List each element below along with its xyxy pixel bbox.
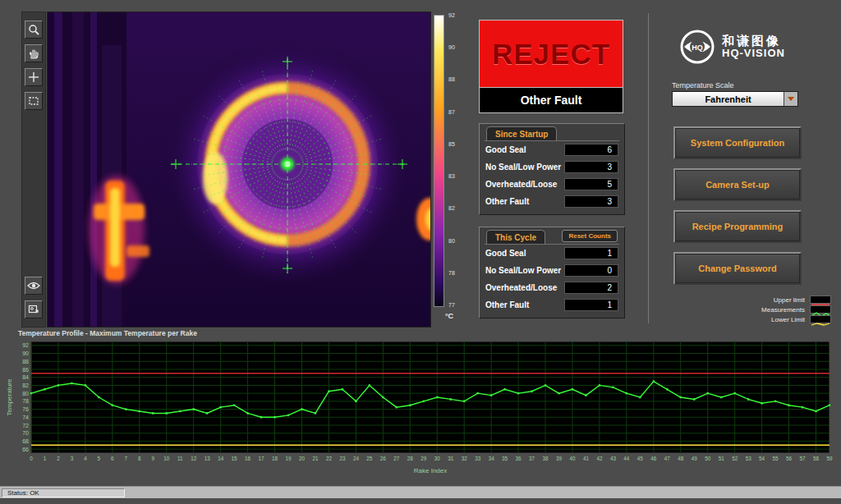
- chart-plot: 6668707274767880828486889092012345678910…: [5, 337, 836, 475]
- svg-text:80: 80: [22, 391, 29, 396]
- colorbar-tick: 82: [448, 205, 455, 211]
- svg-text:90: 90: [22, 351, 29, 356]
- since-startup-title: Since Startup: [486, 126, 557, 140]
- svg-text:66: 66: [22, 447, 29, 452]
- colorbar-tick: 87: [448, 109, 455, 115]
- counter-label: No Seal/Low Power: [485, 163, 561, 172]
- svg-text:76: 76: [22, 406, 29, 412]
- since-startup-panel: Since Startup Good Seal 6 No Seal/Low Po…: [479, 123, 625, 215]
- status-bar: Status: OK: [0, 486, 841, 498]
- temperature-scale-value: Fahrenheit: [673, 94, 784, 104]
- colorbar-tick: 80: [448, 238, 455, 244]
- system-configuration-button[interactable]: System Configuration: [673, 126, 802, 159]
- svg-text:20: 20: [299, 456, 306, 461]
- counter-value: 1: [564, 247, 618, 259]
- counter-label: No Seal/Low Power: [485, 266, 561, 275]
- svg-text:59: 59: [826, 456, 833, 461]
- svg-text:24: 24: [353, 456, 360, 461]
- temperature-scale-dropdown[interactable]: Fahrenheit: [672, 91, 798, 107]
- svg-text:36: 36: [516, 456, 522, 461]
- visibility-icon[interactable]: [25, 277, 43, 295]
- svg-text:27: 27: [393, 456, 400, 461]
- counter-value: 1: [564, 299, 618, 311]
- zoom-icon[interactable]: [25, 21, 43, 39]
- chevron-down-icon[interactable]: [784, 92, 797, 106]
- svg-text:47: 47: [664, 456, 671, 461]
- legend-row-measurements: Measurements: [726, 305, 831, 314]
- colorbar-tick: 77: [448, 302, 455, 308]
- reset-counts-button[interactable]: Reset Counts: [562, 230, 618, 242]
- verdict-panel: REJECT: [480, 21, 623, 87]
- colorbar-tick: 78: [448, 270, 455, 276]
- svg-text:6: 6: [111, 456, 114, 461]
- counter-label: Other Fault: [485, 300, 529, 309]
- svg-text:29: 29: [420, 456, 427, 461]
- counter-label: Good Seal: [485, 145, 526, 154]
- legend-label: Measurements: [761, 306, 805, 314]
- svg-text:72: 72: [22, 423, 29, 428]
- legend-label: Upper limit: [774, 296, 805, 304]
- region-select-icon[interactable]: [25, 92, 43, 110]
- counter-row: Good Seal 1: [485, 245, 619, 262]
- svg-text:31: 31: [448, 456, 454, 461]
- verdict-text: REJECT: [492, 38, 610, 71]
- colorbar-ticks: 92908887858382807877: [448, 12, 455, 308]
- svg-text:16: 16: [245, 456, 251, 461]
- svg-text:44: 44: [623, 456, 630, 461]
- svg-text:26: 26: [380, 456, 387, 461]
- colorbar-gradient: [434, 15, 444, 307]
- change-password-button[interactable]: Change Password: [673, 252, 802, 285]
- svg-text:19: 19: [286, 456, 292, 461]
- svg-text:70: 70: [22, 430, 29, 436]
- pan-icon[interactable]: [25, 44, 43, 62]
- svg-text:14: 14: [218, 456, 224, 461]
- svg-text:0: 0: [30, 456, 33, 461]
- recipe-programming-button[interactable]: Recipe Programming: [673, 210, 802, 243]
- snapshot-icon[interactable]: [25, 300, 43, 318]
- svg-text:Rake Index: Rake Index: [414, 467, 447, 474]
- this-cycle-panel: This Cycle Reset Counts Good Seal 1 No S…: [479, 227, 625, 318]
- svg-text:46: 46: [650, 456, 657, 461]
- counter-label: Overheated/Loose: [485, 283, 557, 292]
- thermal-image-display: [47, 11, 431, 328]
- svg-text:33: 33: [475, 456, 481, 461]
- svg-text:53: 53: [746, 456, 752, 461]
- svg-text:88: 88: [22, 359, 29, 364]
- svg-text:86: 86: [22, 367, 29, 373]
- svg-text:74: 74: [22, 415, 29, 420]
- hq-vision-main-window: 92908887858382807877 °C REJECT Other Fau…: [0, 0, 841, 504]
- svg-text:7: 7: [125, 456, 128, 461]
- svg-text:82: 82: [22, 383, 29, 388]
- svg-text:25: 25: [366, 456, 373, 461]
- svg-text:42: 42: [596, 456, 603, 461]
- svg-text:21: 21: [312, 456, 319, 461]
- brand-name-cn: 和谦图像: [722, 34, 785, 48]
- status-text: Status: OK: [2, 488, 125, 497]
- temperature-scale-label: Temperature Scale: [672, 81, 734, 89]
- thermal-image: [48, 12, 431, 328]
- chart-title: Temperature Profile - Maximum Temperatur…: [18, 329, 197, 337]
- svg-text:5: 5: [98, 456, 101, 461]
- svg-text:1: 1: [44, 456, 47, 461]
- chart-legend: Upper limit Measurements Lower Limit: [726, 296, 831, 323]
- svg-text:48: 48: [678, 456, 684, 461]
- crosshair-icon[interactable]: [25, 68, 43, 86]
- counter-label: Overheated/Loose: [485, 180, 557, 189]
- svg-text:92: 92: [22, 342, 29, 348]
- counter-label: Good Seal: [485, 249, 526, 258]
- svg-text:55: 55: [773, 456, 779, 461]
- colorbar-tick: 88: [448, 76, 455, 82]
- camera-setup-button[interactable]: Camera Set-up: [673, 168, 802, 201]
- svg-text:13: 13: [205, 456, 211, 461]
- image-toolbar: [21, 11, 46, 328]
- svg-text:23: 23: [339, 456, 346, 461]
- counter-row: Overheated/Loose 5: [485, 176, 619, 193]
- counter-label: Other Fault: [485, 197, 529, 206]
- lower-limit-swatch: [810, 315, 831, 323]
- svg-text:57: 57: [800, 456, 807, 461]
- svg-text:78: 78: [22, 398, 29, 404]
- svg-text:10: 10: [163, 456, 170, 461]
- svg-text:68: 68: [22, 438, 29, 444]
- svg-text:8: 8: [138, 456, 141, 461]
- svg-text:45: 45: [637, 456, 644, 461]
